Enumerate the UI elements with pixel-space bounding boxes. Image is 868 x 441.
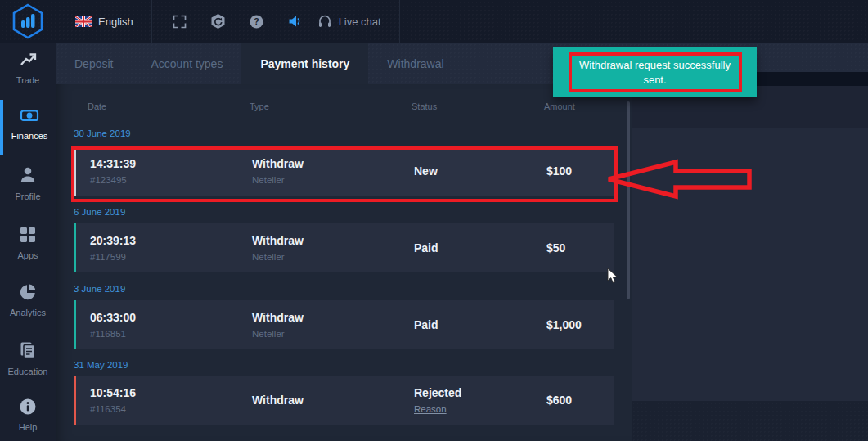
payment-status: Rejected [414, 386, 546, 399]
uk-flag-icon [75, 16, 92, 27]
annotation-rect-toast: Withdrawal request successfully sent. [569, 52, 742, 92]
topbar-divider [151, 0, 152, 43]
sidebar-item-help[interactable]: Help [0, 394, 56, 441]
sidebar-item-label: Finances [11, 131, 48, 141]
hexagon-logo-icon [9, 2, 47, 40]
payment-amount: $100 [546, 164, 614, 178]
payment-time: 20:39:13 [90, 234, 252, 247]
payment-type: Withdraw [252, 234, 414, 247]
language-label: English [98, 16, 133, 28]
payment-time: 06:33:00 [90, 311, 252, 324]
sidebar-item-label: Education [8, 367, 48, 376]
toast-message: Withdrawal request successfully sent. [578, 58, 733, 87]
payment-method: Neteller [252, 252, 414, 262]
group-date-label: 6 June 2019 [74, 207, 632, 217]
fullscreen-icon [173, 15, 187, 29]
payment-history-panel: Date Type Status Amount 30 June 2019 14:… [56, 84, 632, 441]
svg-text:?: ? [254, 16, 259, 26]
app-logo[interactable] [0, 2, 56, 40]
info-circle-icon [19, 398, 37, 416]
sidebar-item-trade[interactable]: Trade [0, 47, 56, 100]
payment-row[interactable]: 10:54:16 #116354 Withdraw Rejected Reaso… [74, 376, 614, 425]
tab-payment-history[interactable]: Payment history [241, 43, 368, 84]
sidebar-item-profile[interactable]: Profile [0, 162, 56, 214]
payment-type: Withdraw [252, 394, 414, 407]
payment-status: Paid [414, 241, 546, 254]
backdrop-dark-strip [757, 72, 868, 86]
fullscreen-button[interactable] [160, 15, 199, 29]
sidebar-item-label: Trade [16, 75, 39, 85]
topbar: English [0, 0, 868, 43]
rejection-reason-link[interactable]: Reason [414, 404, 546, 414]
help-question-icon: ? [250, 15, 263, 29]
payment-group: 3 June 2019 06:33:00 #116851 Withdraw Ne… [56, 284, 632, 349]
payment-id: #116851 [90, 329, 252, 339]
sidebar-item-label: Apps [17, 250, 38, 260]
sidebar-item-label: Analytics [10, 308, 46, 317]
book-pages-icon [18, 340, 38, 360]
table-header-row: Date Type Status Amount [74, 101, 614, 111]
tab-deposit[interactable]: Deposit [56, 43, 132, 84]
payment-id: #117599 [90, 252, 252, 262]
payment-type: Withdraw [252, 311, 414, 324]
payment-time: 10:54:16 [90, 386, 252, 399]
payment-amount: $1,000 [546, 318, 614, 331]
payment-group: 6 June 2019 20:39:13 #117599 Withdraw Ne… [56, 207, 632, 272]
payment-time: 14:31:39 [90, 157, 252, 170]
banknote-icon [20, 106, 39, 124]
column-header-type: Type [250, 101, 412, 111]
group-date-label: 31 May 2019 [74, 360, 632, 370]
group-date-label: 3 June 2019 [74, 284, 632, 294]
tab-label: Account types [151, 57, 223, 70]
payment-type: Withdraw [252, 157, 414, 170]
sidebar: Trade Finances Profile Apps [0, 43, 56, 441]
language-selector[interactable]: English [75, 16, 133, 28]
column-header-date: Date [88, 101, 250, 111]
payment-row[interactable]: 20:39:13 #117599 Withdraw Neteller Paid … [74, 223, 614, 272]
app-screen: English [0, 0, 868, 441]
payment-method: Neteller [252, 175, 414, 185]
pie-chart-icon [19, 283, 37, 301]
tab-account-types[interactable]: Account types [132, 43, 241, 84]
payment-group: 30 June 2019 14:31:39 #123495 Withdraw N… [56, 128, 632, 196]
headset-icon [317, 14, 332, 29]
mouse-cursor-icon [607, 268, 618, 285]
help-button[interactable]: ? [237, 15, 276, 29]
sidebar-item-analytics[interactable]: Analytics [0, 280, 56, 332]
sound-button[interactable] [276, 15, 314, 28]
sidebar-item-label: Profile [15, 191, 40, 201]
payment-group: 31 May 2019 10:54:16 #116354 Withdraw Re… [56, 360, 632, 425]
payment-status: New [414, 164, 546, 178]
sidebar-item-label: Help [19, 422, 38, 432]
payment-id: #123495 [90, 175, 252, 185]
live-chat-label: Live chat [339, 16, 381, 28]
person-icon [19, 165, 37, 185]
backdrop-band-bottom [632, 401, 868, 441]
sidebar-item-education[interactable]: Education [0, 337, 56, 389]
sidebar-item-finances[interactable]: Finances [0, 100, 56, 155]
payment-id: #116354 [90, 404, 252, 414]
hexagon-refresh-icon [210, 13, 226, 29]
tab-withdrawal[interactable]: Withdrawal [368, 43, 462, 84]
payment-amount: $50 [546, 241, 614, 254]
annotation-arrow-left-icon [605, 159, 753, 200]
payment-method: Neteller [252, 329, 414, 339]
tab-label: Withdrawal [387, 57, 443, 70]
rollover-button[interactable] [199, 13, 237, 29]
tab-label: Deposit [74, 57, 113, 70]
payment-row[interactable]: 14:31:39 #123495 Withdraw Neteller New $… [74, 146, 614, 196]
tab-label: Payment history [260, 57, 349, 70]
toast-notification: Withdrawal request successfully sent. [553, 47, 757, 97]
apps-grid-icon [19, 226, 37, 244]
payment-row[interactable]: 06:33:00 #116851 Withdraw Neteller Paid … [74, 300, 614, 349]
trend-up-icon [19, 51, 37, 69]
sound-icon [288, 15, 302, 28]
live-chat-button[interactable]: Live chat [317, 14, 381, 29]
payment-amount: $600 [546, 394, 614, 407]
topbar-divider [399, 0, 400, 43]
sidebar-item-apps[interactable]: Apps [0, 223, 56, 275]
column-header-amount: Amount [544, 101, 614, 111]
group-date-label: 30 June 2019 [74, 128, 632, 138]
vertical-scrollbar[interactable] [627, 101, 630, 299]
column-header-status: Status [412, 101, 544, 111]
